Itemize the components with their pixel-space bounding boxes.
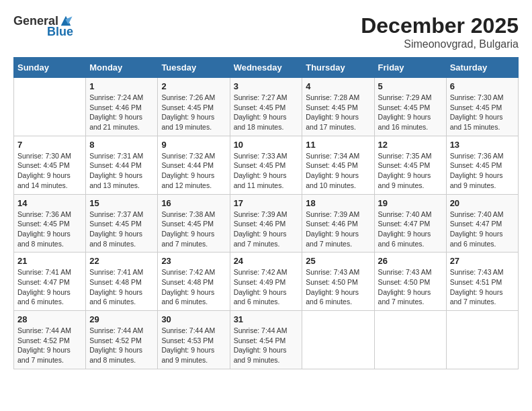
weekday-header-friday: Friday: [374, 58, 446, 78]
day-info: Sunrise: 7:44 AMSunset: 4:53 PMDaylight:…: [161, 326, 226, 365]
day-number: 16: [161, 198, 226, 208]
day-cell: 14Sunrise: 7:36 AMSunset: 4:45 PMDayligh…: [14, 194, 86, 253]
week-row-3: 14Sunrise: 7:36 AMSunset: 4:45 PMDayligh…: [14, 194, 519, 253]
day-number: 6: [450, 81, 515, 91]
day-info: Sunrise: 7:35 AMSunset: 4:45 PMDaylight:…: [378, 151, 443, 191]
day-info: Sunrise: 7:39 AMSunset: 4:46 PMDaylight:…: [306, 210, 370, 249]
logo: General Blue: [13, 13, 73, 38]
day-number: 13: [450, 140, 515, 150]
day-number: 29: [89, 314, 154, 324]
day-info: Sunrise: 7:29 AMSunset: 4:45 PMDaylight:…: [378, 93, 443, 132]
day-info: Sunrise: 7:38 AMSunset: 4:45 PMDaylight:…: [161, 210, 226, 249]
day-number: 26: [378, 256, 443, 266]
day-number: 21: [17, 256, 82, 266]
day-cell: 13Sunrise: 7:36 AMSunset: 4:45 PMDayligh…: [446, 136, 518, 194]
day-cell: 24Sunrise: 7:42 AMSunset: 4:49 PMDayligh…: [230, 253, 302, 311]
day-cell: 26Sunrise: 7:43 AMSunset: 4:50 PMDayligh…: [374, 253, 446, 311]
day-cell: 30Sunrise: 7:44 AMSunset: 4:53 PMDayligh…: [158, 311, 230, 369]
day-cell: 27Sunrise: 7:43 AMSunset: 4:51 PMDayligh…: [446, 253, 518, 311]
day-number: 5: [378, 81, 443, 91]
day-number: 3: [234, 81, 299, 91]
day-info: Sunrise: 7:42 AMSunset: 4:49 PMDaylight:…: [234, 267, 299, 307]
day-cell: 21Sunrise: 7:41 AMSunset: 4:47 PMDayligh…: [14, 253, 86, 311]
day-cell: 2Sunrise: 7:26 AMSunset: 4:45 PMDaylight…: [158, 78, 230, 136]
week-row-1: 1Sunrise: 7:24 AMSunset: 4:46 PMDaylight…: [14, 78, 519, 136]
weekday-header-saturday: Saturday: [446, 58, 518, 78]
day-info: Sunrise: 7:30 AMSunset: 4:45 PMDaylight:…: [450, 93, 515, 132]
day-number: 24: [234, 256, 299, 266]
weekday-header-tuesday: Tuesday: [158, 58, 230, 78]
day-cell: 17Sunrise: 7:39 AMSunset: 4:46 PMDayligh…: [230, 194, 302, 253]
day-info: Sunrise: 7:28 AMSunset: 4:45 PMDaylight:…: [306, 93, 370, 132]
day-info: Sunrise: 7:40 AMSunset: 4:47 PMDaylight:…: [450, 210, 515, 249]
day-cell: 22Sunrise: 7:41 AMSunset: 4:48 PMDayligh…: [86, 253, 158, 311]
day-info: Sunrise: 7:44 AMSunset: 4:54 PMDaylight:…: [234, 326, 299, 365]
weekday-header-thursday: Thursday: [302, 58, 374, 78]
day-number: 11: [306, 140, 370, 150]
day-number: 2: [161, 81, 226, 91]
day-cell: 23Sunrise: 7:42 AMSunset: 4:48 PMDayligh…: [158, 253, 230, 311]
day-number: 28: [17, 314, 82, 324]
day-cell: 11Sunrise: 7:34 AMSunset: 4:45 PMDayligh…: [302, 136, 374, 194]
day-info: Sunrise: 7:34 AMSunset: 4:45 PMDaylight:…: [306, 151, 370, 191]
day-cell: [14, 78, 86, 136]
day-cell: 16Sunrise: 7:38 AMSunset: 4:45 PMDayligh…: [158, 194, 230, 253]
calendar-table: SundayMondayTuesdayWednesdayThursdayFrid…: [13, 57, 519, 369]
day-number: 25: [306, 256, 370, 266]
day-info: Sunrise: 7:36 AMSunset: 4:45 PMDaylight:…: [17, 210, 82, 249]
day-number: 10: [234, 140, 299, 150]
day-cell: 1Sunrise: 7:24 AMSunset: 4:46 PMDaylight…: [86, 78, 158, 136]
day-number: 19: [378, 198, 443, 208]
day-cell: 8Sunrise: 7:31 AMSunset: 4:44 PMDaylight…: [86, 136, 158, 194]
day-cell: 10Sunrise: 7:33 AMSunset: 4:45 PMDayligh…: [230, 136, 302, 194]
day-cell: 29Sunrise: 7:44 AMSunset: 4:52 PMDayligh…: [86, 311, 158, 369]
day-cell: 20Sunrise: 7:40 AMSunset: 4:47 PMDayligh…: [446, 194, 518, 253]
day-number: 18: [306, 198, 370, 208]
day-number: 30: [161, 314, 226, 324]
day-info: Sunrise: 7:42 AMSunset: 4:48 PMDaylight:…: [161, 267, 226, 307]
day-cell: 9Sunrise: 7:32 AMSunset: 4:44 PMDaylight…: [158, 136, 230, 194]
day-cell: 18Sunrise: 7:39 AMSunset: 4:46 PMDayligh…: [302, 194, 374, 253]
day-info: Sunrise: 7:43 AMSunset: 4:51 PMDaylight:…: [450, 267, 515, 307]
day-cell: 31Sunrise: 7:44 AMSunset: 4:54 PMDayligh…: [230, 311, 302, 369]
day-number: 27: [450, 256, 515, 266]
day-info: Sunrise: 7:43 AMSunset: 4:50 PMDaylight:…: [306, 267, 370, 307]
day-number: 9: [161, 140, 226, 150]
day-info: Sunrise: 7:30 AMSunset: 4:45 PMDaylight:…: [17, 151, 82, 191]
day-cell: 15Sunrise: 7:37 AMSunset: 4:45 PMDayligh…: [86, 194, 158, 253]
day-cell: [446, 311, 518, 369]
day-info: Sunrise: 7:44 AMSunset: 4:52 PMDaylight:…: [89, 326, 154, 365]
day-number: 14: [17, 198, 82, 208]
page-subtitle: Simeonovgrad, Bulgaria: [361, 38, 519, 50]
day-number: 12: [378, 140, 443, 150]
day-cell: 6Sunrise: 7:30 AMSunset: 4:45 PMDaylight…: [446, 78, 518, 136]
day-cell: 7Sunrise: 7:30 AMSunset: 4:45 PMDaylight…: [14, 136, 86, 194]
day-number: 4: [306, 81, 370, 91]
day-number: 7: [17, 140, 82, 150]
weekday-header-sunday: Sunday: [14, 58, 86, 78]
day-info: Sunrise: 7:26 AMSunset: 4:45 PMDaylight:…: [161, 93, 226, 132]
day-cell: 25Sunrise: 7:43 AMSunset: 4:50 PMDayligh…: [302, 253, 374, 311]
day-cell: 19Sunrise: 7:40 AMSunset: 4:47 PMDayligh…: [374, 194, 446, 253]
day-cell: 12Sunrise: 7:35 AMSunset: 4:45 PMDayligh…: [374, 136, 446, 194]
day-cell: 4Sunrise: 7:28 AMSunset: 4:45 PMDaylight…: [302, 78, 374, 136]
day-info: Sunrise: 7:43 AMSunset: 4:50 PMDaylight:…: [378, 267, 443, 307]
weekday-header-wednesday: Wednesday: [230, 58, 302, 78]
title-block: December 2025 Simeonovgrad, Bulgaria: [361, 13, 519, 50]
day-cell: [374, 311, 446, 369]
page-title: December 2025: [361, 13, 519, 38]
day-info: Sunrise: 7:41 AMSunset: 4:47 PMDaylight:…: [17, 267, 82, 307]
day-info: Sunrise: 7:24 AMSunset: 4:46 PMDaylight:…: [89, 93, 154, 132]
page-header: General Blue December 2025 Simeonovgrad,…: [13, 13, 519, 50]
day-info: Sunrise: 7:36 AMSunset: 4:45 PMDaylight:…: [450, 151, 515, 191]
day-info: Sunrise: 7:32 AMSunset: 4:44 PMDaylight:…: [161, 151, 226, 191]
day-info: Sunrise: 7:41 AMSunset: 4:48 PMDaylight:…: [89, 267, 154, 307]
day-info: Sunrise: 7:37 AMSunset: 4:45 PMDaylight:…: [89, 210, 154, 249]
day-number: 1: [89, 81, 154, 91]
day-info: Sunrise: 7:33 AMSunset: 4:45 PMDaylight:…: [234, 151, 299, 191]
day-number: 17: [234, 198, 299, 208]
day-number: 15: [89, 198, 154, 208]
logo-blue: Blue: [47, 26, 73, 38]
day-number: 20: [450, 198, 515, 208]
week-row-4: 21Sunrise: 7:41 AMSunset: 4:47 PMDayligh…: [14, 253, 519, 311]
